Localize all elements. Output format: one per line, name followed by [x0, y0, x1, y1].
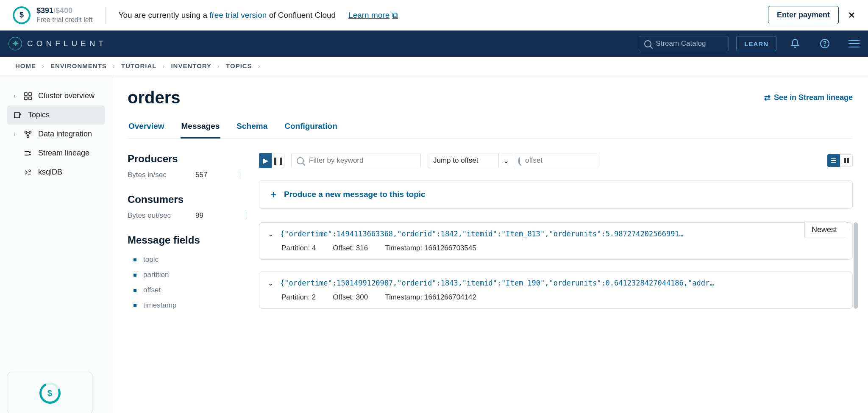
dollar-ring-icon: $	[36, 380, 64, 407]
view-list-button[interactable]	[827, 154, 840, 167]
filter-field[interactable]	[308, 156, 415, 165]
breadcrumb: HOME› ENVIRONMENTS› TUTORIAL› INVENTORY›…	[0, 57, 868, 75]
enter-payment-button[interactable]: Enter payment	[768, 6, 839, 24]
tab-overview[interactable]: Overview	[128, 122, 165, 138]
scrollbar[interactable]	[854, 222, 858, 309]
chevron-right-icon: ›	[14, 93, 18, 99]
jump-dropdown-button[interactable]: ⌄	[499, 153, 513, 168]
message-fields-title: Message fields	[128, 234, 246, 246]
message-offset: Offset: 300	[333, 293, 368, 302]
sidebar-item-label: Stream lineage	[38, 149, 89, 158]
svg-rect-15	[847, 158, 849, 163]
message-json: {"ordertime":1501499120987,"orderid":184…	[280, 279, 844, 287]
message-offset: Offset: 316	[333, 244, 368, 252]
svg-rect-5	[29, 97, 31, 100]
tab-schema[interactable]: Schema	[236, 122, 268, 138]
field-name: topic	[143, 255, 159, 264]
chevron-down-icon: ⌄	[503, 156, 509, 165]
grid-icon	[24, 92, 32, 100]
see-in-stream-lineage-link[interactable]: ⇄ See in Stream lineage	[764, 93, 853, 103]
sidebar-item-ksqldb[interactable]: › ksqlDB	[0, 163, 112, 182]
jump-to-offset-group: Jump to offset ⌄	[428, 153, 597, 168]
messages-toolbar: ▶ ❚❚ Jump to offset ⌄	[259, 153, 853, 168]
plus-icon: ＋	[269, 188, 278, 201]
bytes-out-value: 99	[195, 211, 203, 220]
close-icon[interactable]: ✕	[848, 10, 855, 20]
external-link-icon: ⧉	[392, 11, 398, 20]
help-icon[interactable]	[819, 38, 831, 50]
stream-catalog-search[interactable]: Stream Catalog	[639, 36, 729, 51]
sidebar-item-label: Cluster overview	[38, 91, 95, 100]
view-columns-button[interactable]	[840, 154, 853, 167]
chevron-right-icon: ›	[14, 131, 18, 137]
notifications-icon[interactable]	[789, 38, 801, 50]
search-icon	[644, 40, 651, 47]
list-item: partition	[128, 267, 246, 283]
consumers-title: Consumers	[128, 194, 246, 205]
crumb-inventory[interactable]: INVENTORY	[171, 62, 211, 69]
message-timestamp: Timestamp: 1661266703545	[385, 244, 476, 252]
trial-msg-post: of Confluent Cloud	[267, 11, 336, 19]
svg-rect-3	[29, 93, 31, 95]
promo-card[interactable]: $	[8, 372, 92, 413]
left-column: Producers Bytes in/sec 557 ⎸ Consumers B…	[128, 153, 246, 327]
trial-msg-pre: You are currently using a	[118, 11, 209, 19]
integration-icon	[24, 130, 32, 139]
produce-message-button[interactable]: ＋ Produce a new message to this topic	[259, 180, 853, 209]
filter-input[interactable]	[291, 153, 421, 168]
learn-button[interactable]: LEARN	[736, 36, 776, 51]
list-item: timestamp	[128, 298, 246, 313]
svg-rect-4	[25, 97, 27, 100]
message-partition: Partition: 4	[281, 244, 316, 252]
svg-rect-6	[14, 113, 19, 118]
tab-configuration[interactable]: Configuration	[284, 122, 338, 138]
list-item: topic	[128, 252, 246, 267]
chevron-down-icon[interactable]: ⌄	[268, 230, 273, 238]
sidebar-item-topics[interactable]: Topics	[7, 105, 105, 125]
field-name: partition	[143, 271, 169, 279]
svg-rect-13	[831, 162, 836, 163]
free-trial-link[interactable]: free trial version	[209, 11, 267, 19]
svg-point-10	[29, 170, 31, 172]
jump-to-offset-select[interactable]: Jump to offset	[428, 153, 499, 168]
chevron-down-icon[interactable]: ⌄	[268, 279, 273, 287]
right-column: ▶ ❚❚ Jump to offset ⌄	[259, 153, 853, 327]
message-partition: Partition: 2	[281, 293, 316, 302]
offset-field[interactable]	[524, 156, 616, 165]
message-meta: Partition: 4 Offset: 316 Timestamp: 1661…	[281, 244, 844, 252]
tab-messages[interactable]: Messages	[181, 122, 221, 139]
sidebar-item-data-integration[interactable]: › Data integration	[0, 125, 112, 144]
brand-mark-icon: ✳	[8, 37, 22, 50]
sidebar-item-stream-lineage[interactable]: › Stream lineage	[0, 144, 112, 163]
search-icon	[297, 157, 304, 164]
sparkline-icon: ⎸	[240, 171, 246, 179]
pause-button[interactable]: ❚❚	[272, 153, 284, 168]
brand[interactable]: ✳ CONFLUENT	[8, 37, 107, 50]
crumb-environments[interactable]: ENVIRONMENTS	[50, 62, 107, 69]
main-content: orders ⇄ See in Stream lineage Overview …	[112, 75, 868, 413]
producers-title: Producers	[128, 153, 246, 165]
learn-more-link[interactable]: Learn more ⧉	[348, 11, 398, 20]
produce-label: Produce a new message to this topic	[284, 190, 426, 199]
lineage-arrows-icon: ⇄	[764, 93, 771, 103]
menu-icon[interactable]	[849, 40, 860, 47]
newest-indicator: Newest	[804, 222, 849, 238]
offset-input[interactable]	[513, 153, 597, 168]
crumb-tutorial[interactable]: TUTORIAL	[121, 62, 157, 69]
message-card[interactable]: ⌄ {"ordertime":1501499120987,"orderid":1…	[259, 272, 853, 309]
play-button[interactable]: ▶	[259, 153, 272, 168]
svg-point-1	[824, 45, 825, 46]
sidebar-item-cluster-overview[interactable]: › Cluster overview	[0, 86, 112, 105]
play-pause-group: ▶ ❚❚	[259, 153, 284, 168]
crumb-topics[interactable]: TOPICS	[226, 62, 252, 69]
jump-label: Jump to offset	[433, 156, 478, 165]
list-item: offset	[128, 283, 246, 298]
message-list: Newest ⌄ {"ordertime":1494113663368,"ord…	[259, 222, 853, 309]
message-card[interactable]: ⌄ {"ordertime":1494113663368,"orderid":1…	[259, 222, 853, 260]
crumb-home[interactable]: HOME	[15, 62, 36, 69]
message-fields-list: topic partition offset timestamp	[128, 252, 246, 313]
credit-text: $391/$400 Free trial credit left	[36, 6, 92, 24]
message-json: {"ordertime":1494113663368,"orderid":184…	[280, 230, 844, 238]
separator	[105, 7, 106, 24]
credit-caption: Free trial credit left	[36, 16, 92, 24]
